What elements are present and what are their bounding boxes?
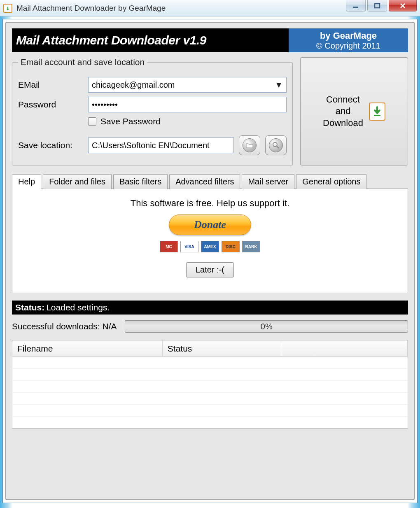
brand-panel: by GearMage © Copyright 2011	[289, 28, 408, 52]
successful-downloads-label: Successful downloads:	[12, 322, 100, 331]
tabs-bar: Help Folder and files Basic filters Adva…	[12, 174, 408, 189]
chevron-down-icon: ▼	[275, 80, 283, 90]
save-password-label: Save Password	[100, 117, 161, 126]
app-banner: Mail Attachment Downloader v1.9 by GearM…	[12, 28, 408, 52]
svg-rect-1	[375, 4, 380, 8]
maximize-button[interactable]	[367, 0, 387, 12]
table-body	[12, 357, 408, 429]
tab-help-pane: This software is free. Help us support i…	[12, 189, 408, 293]
search-location-button[interactable]	[265, 135, 287, 155]
progress-bar: 0%	[125, 320, 408, 333]
payment-cards-row: MCVISAAMEXDISCBANK	[160, 241, 260, 252]
password-input[interactable]	[88, 97, 287, 112]
tab-mail-server[interactable]: Mail server	[242, 174, 294, 189]
svg-rect-4	[374, 115, 380, 116]
table-row	[12, 381, 408, 393]
table-row	[12, 417, 408, 429]
account-groupbox: Email account and save location EMail ch…	[12, 57, 293, 165]
tab-folder-and-files[interactable]: Folder and files	[43, 174, 112, 189]
svg-rect-0	[353, 7, 358, 8]
donate-button[interactable]: Donate	[169, 214, 251, 235]
column-header-status[interactable]: Status	[163, 340, 281, 357]
table-row	[12, 405, 408, 417]
email-combobox[interactable]: chicageek@gmail.com ▼	[88, 77, 287, 93]
svg-line-3	[277, 146, 279, 148]
help-message: This software is free. Help us support i…	[131, 198, 289, 209]
save-password-checkbox[interactable]	[88, 117, 96, 126]
tab-basic-filters[interactable]: Basic filters	[113, 174, 168, 189]
password-label: Password	[18, 100, 88, 110]
close-button[interactable]	[389, 0, 417, 12]
window-title: Mail Attachment Downloader by GearMage	[16, 4, 346, 13]
window-titlebar: Mail Attachment Downloader by GearMage	[0, 0, 420, 16]
app-icon	[3, 4, 12, 13]
window-body: Mail Attachment Downloader v1.9 by GearM…	[5, 22, 415, 500]
save-location-label: Save location:	[18, 140, 88, 150]
tab-advanced-filters[interactable]: Advanced filters	[169, 174, 240, 189]
later-button[interactable]: Later :-(	[186, 262, 234, 277]
minimize-button[interactable]	[346, 0, 366, 12]
status-bar: Status: Loaded settings.	[12, 301, 408, 315]
table-row	[12, 357, 408, 369]
folder-open-icon	[243, 138, 257, 152]
tab-help[interactable]: Help	[12, 174, 41, 189]
results-table: Filename Status	[12, 340, 408, 429]
payment-card-icon: MC	[160, 241, 178, 252]
connect-download-button[interactable]: Connect and Download	[300, 57, 408, 165]
app-title: Mail Attachment Downloader v1.9	[12, 28, 289, 52]
payment-card-icon: AMEX	[201, 241, 219, 252]
successful-downloads-value: N/A	[102, 322, 117, 331]
payment-card-icon: BANK	[242, 241, 260, 252]
search-icon	[269, 138, 283, 152]
status-text: Loaded settings.	[46, 303, 110, 312]
save-location-input[interactable]	[88, 137, 234, 153]
column-header-filename[interactable]: Filename	[12, 340, 163, 357]
column-header-extra[interactable]	[281, 340, 408, 357]
payment-card-icon: DISC	[222, 241, 240, 252]
table-row	[12, 393, 408, 405]
email-label: EMail	[18, 80, 88, 90]
svg-point-2	[273, 142, 277, 147]
browse-folder-button[interactable]	[239, 135, 260, 155]
download-icon	[369, 103, 385, 121]
tab-general-options[interactable]: General options	[296, 174, 366, 189]
table-row	[12, 369, 408, 381]
payment-card-icon: VISA	[180, 241, 198, 252]
account-legend: Email account and save location	[18, 57, 147, 67]
